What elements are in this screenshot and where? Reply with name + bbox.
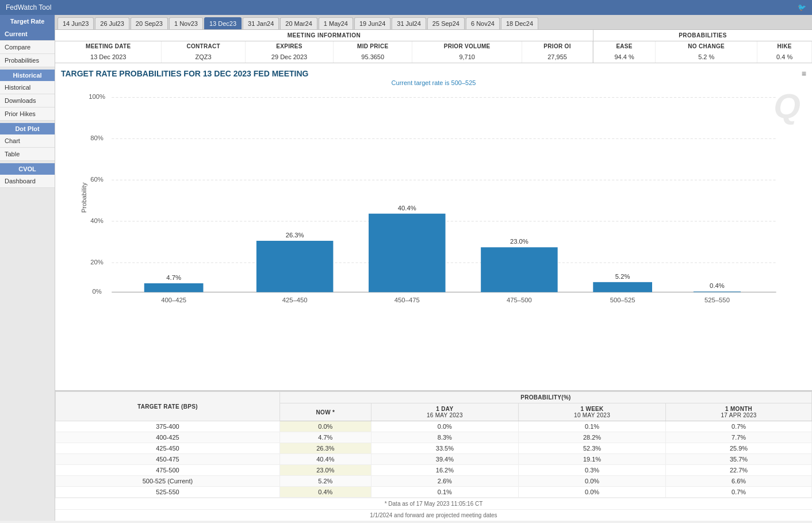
cell-prior-oi: 27,955: [522, 51, 593, 63]
bar-450-475: [369, 214, 446, 293]
twitter-icon[interactable]: 🐦: [798, 3, 806, 11]
cell-one-month: 35.7%: [666, 454, 812, 465]
cell-one-month: 0.7%: [666, 421, 812, 432]
tab-20-sep23[interactable]: 20 Sep23: [131, 17, 168, 29]
cell-one-day: 0.1%: [371, 487, 518, 498]
svg-text:100%: 100%: [89, 93, 105, 100]
sidebar: Target Rate Current Compare Probabilitie…: [0, 15, 55, 521]
cell-one-day: 33.5%: [371, 443, 518, 454]
cell-mid-price: 95.3650: [334, 51, 412, 63]
cell-now: 40.4%: [279, 454, 371, 465]
sidebar-cvol-section: CVOL: [0, 163, 55, 175]
tab-31-jul24[interactable]: 31 Jul24: [392, 17, 426, 29]
main-content: 14 Jun2326 Jul2320 Sep231 Nov2313 Dec233…: [55, 15, 812, 521]
meeting-info-header: MEETING INFORMATION: [55, 30, 593, 41]
cell-no-change: 5.2 %: [656, 51, 757, 63]
sidebar-dot-plot-section: Dot Plot: [0, 123, 55, 134]
tab-13-dec23[interactable]: 13 Dec23: [204, 17, 242, 29]
svg-text:475–500: 475–500: [507, 297, 532, 303]
sidebar-item-dashboard[interactable]: Dashboard: [0, 175, 55, 188]
cell-one-week: 0.0%: [518, 476, 665, 487]
cell-rate: 375-400: [56, 421, 280, 432]
tab-1-may24[interactable]: 1 May24: [319, 17, 353, 29]
tab-1-nov23[interactable]: 1 Nov23: [169, 17, 203, 29]
tab-18-dec24[interactable]: 18 Dec24: [501, 17, 538, 29]
svg-text:40.4%: 40.4%: [398, 205, 416, 211]
cell-one-week: 28.2%: [518, 432, 665, 443]
svg-text:Probability: Probability: [81, 182, 87, 213]
cell-one-month: 7.7%: [666, 432, 812, 443]
chart-title: TARGET RATE PROBABILITIES FOR 13 DEC 202…: [61, 69, 806, 78]
bar-500-525: [593, 282, 652, 292]
cell-rate: 400-425: [56, 432, 280, 443]
th-one-day: 1 DAY16 MAY 2023: [371, 403, 518, 421]
cell-one-day: 16.2%: [371, 465, 518, 476]
sidebar-item-prior-hikes[interactable]: Prior Hikes: [0, 107, 55, 121]
footer-projected: 1/1/2024 and forward are projected meeti…: [55, 509, 812, 521]
cell-one-month: 25.9%: [666, 443, 812, 454]
sidebar-item-current[interactable]: Current: [0, 28, 55, 41]
sidebar-item-historical[interactable]: Historical: [0, 81, 55, 94]
svg-text:425–450: 425–450: [282, 297, 308, 303]
tab-31-jan24[interactable]: 31 Jan24: [243, 17, 279, 29]
cell-ease: 94.4 %: [593, 51, 656, 63]
cell-rate: 500-525 (Current): [56, 476, 280, 487]
tab-6-nov24[interactable]: 6 Nov24: [466, 17, 500, 29]
cell-one-month: 22.7%: [666, 465, 812, 476]
th-one-week: 1 WEEK10 MAY 2023: [518, 403, 665, 421]
bar-425-450: [256, 241, 334, 292]
chart-subtitle: Current target rate is 500–525: [61, 79, 806, 86]
probabilities-table: EASE NO CHANGE HIKE 94.4 % 5.2 % 0.4 %: [593, 41, 812, 63]
cell-rate: 475-500: [56, 465, 280, 476]
cell-one-week: 52.3%: [518, 443, 665, 454]
sidebar-target-rate-header[interactable]: Target Rate: [0, 15, 55, 28]
cell-now: 0.0%: [279, 421, 371, 432]
bar-475-500: [481, 247, 558, 292]
svg-text:40%: 40%: [90, 217, 104, 224]
sidebar-item-downloads[interactable]: Downloads: [0, 94, 55, 107]
col-meeting-date: MEETING DATE: [55, 41, 162, 51]
cell-one-day: 2.6%: [371, 476, 518, 487]
cell-rate: 425-450: [56, 443, 280, 454]
col-mid-price: MID PRICE: [334, 41, 412, 51]
svg-text:20%: 20%: [90, 259, 104, 266]
svg-text:60%: 60%: [90, 176, 104, 183]
col-contract: CONTRACT: [162, 41, 245, 51]
chart-menu-icon[interactable]: ≡: [802, 69, 806, 78]
col-no-change: NO CHANGE: [656, 41, 757, 51]
tab-25-sep24[interactable]: 25 Sep24: [427, 17, 465, 29]
meeting-info-area: MEETING INFORMATION MEETING DATE CONTRAC…: [55, 30, 812, 63]
cell-now: 23.0%: [279, 465, 371, 476]
col-expires: EXPIRES: [245, 41, 333, 51]
cell-prior-volume: 9,710: [412, 51, 522, 63]
sidebar-item-chart[interactable]: Chart: [0, 134, 55, 148]
tab-20-mar24[interactable]: 20 Mar24: [280, 17, 317, 29]
cell-now: 26.3%: [279, 443, 371, 454]
sidebar-item-table[interactable]: Table: [0, 148, 55, 161]
th-target-rate: TARGET RATE (BPS): [56, 392, 280, 421]
cell-one-day: 0.0%: [371, 421, 518, 432]
cell-now: 0.4%: [279, 487, 371, 498]
tab-26-jul23[interactable]: 26 Jul23: [95, 17, 129, 29]
cell-one-day: 8.3%: [371, 432, 518, 443]
col-ease: EASE: [593, 41, 656, 51]
svg-text:525–550: 525–550: [704, 297, 730, 303]
cell-contract: ZQZ3: [162, 51, 245, 63]
chart-area: TARGET RATE PROBABILITIES FOR 13 DEC 202…: [55, 63, 812, 390]
tab-19-jun24[interactable]: 19 Jun24: [354, 17, 390, 29]
cell-one-week: 0.1%: [518, 421, 665, 432]
svg-text:80%: 80%: [90, 134, 104, 141]
meeting-info-box: MEETING INFORMATION MEETING DATE CONTRAC…: [55, 30, 593, 63]
svg-text:23.0%: 23.0%: [510, 238, 528, 245]
tab-14-jun23[interactable]: 14 Jun23: [58, 17, 94, 29]
svg-text:0%: 0%: [92, 288, 101, 295]
cell-one-month: 0.7%: [666, 487, 812, 498]
cell-expires: 29 Dec 2023: [245, 51, 333, 63]
cell-rate: 450-475: [56, 454, 280, 465]
sidebar-item-probabilities[interactable]: Probabilities: [0, 54, 55, 67]
cell-one-day: 39.4%: [371, 454, 518, 465]
bar-400-425: [144, 283, 204, 292]
cell-one-week: 19.1%: [518, 454, 665, 465]
meeting-tabs: 14 Jun2326 Jul2320 Sep231 Nov2313 Dec233…: [55, 15, 812, 30]
sidebar-item-compare[interactable]: Compare: [0, 41, 55, 54]
